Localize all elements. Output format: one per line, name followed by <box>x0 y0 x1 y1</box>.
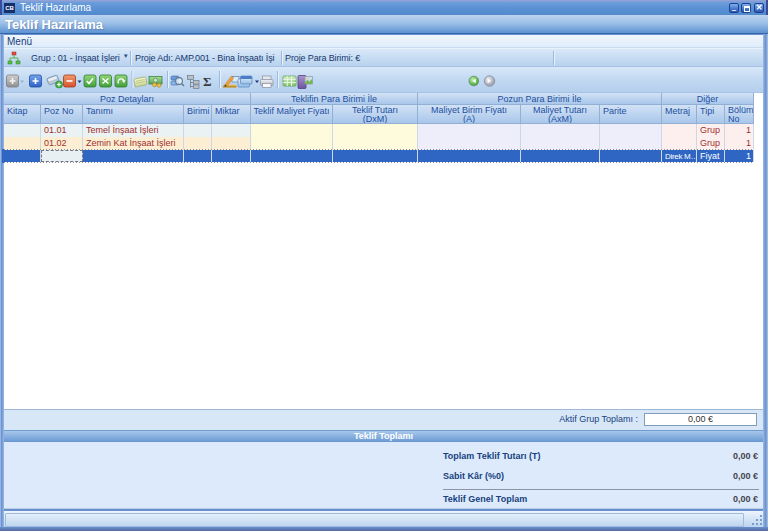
svg-text:Σ: Σ <box>203 74 212 89</box>
